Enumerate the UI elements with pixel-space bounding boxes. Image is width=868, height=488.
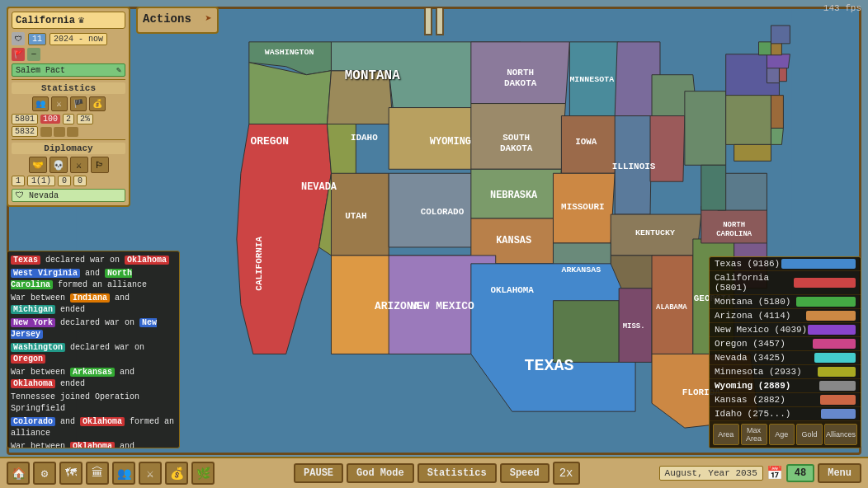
svg-text:MINNESOTA: MINNESOTA	[569, 75, 614, 84]
lb-age-btn[interactable]: Age	[769, 424, 795, 445]
svg-text:OKLAHOMA: OKLAHOMA	[490, 285, 534, 295]
leader-name-texas: Texas (9186)	[715, 259, 781, 269]
calendar-icon[interactable]: 📅	[767, 465, 783, 481]
svg-text:KANSAS: KANSAS	[496, 235, 531, 246]
pause-overlay	[424, 7, 444, 35]
toolbar-icon-8[interactable]: 🌿	[191, 462, 215, 485]
left-panel: California ♛ 🛡 11 2024 - now 🚩 — Salem P…	[7, 7, 130, 207]
svg-text:NEBRASKA: NEBRASKA	[490, 190, 538, 201]
flag2-icon: 🏴	[70, 96, 87, 111]
toolbar-icon-7[interactable]: 💰	[165, 462, 188, 485]
svg-text:MISS.: MISS.	[623, 322, 645, 331]
svg-text:IDAHO: IDAHO	[351, 133, 378, 143]
event-9-tag1: Oklahoma	[70, 442, 115, 448]
event-4-tag1: New York	[11, 318, 55, 327]
coin-icon: 💰	[89, 96, 106, 111]
event-8: Colorado and Oklahoma formed an alliance	[11, 416, 176, 439]
leader-bar-kansas	[820, 395, 856, 405]
pact-bar[interactable]: Salem Pact ✎	[12, 63, 125, 77]
info-num: 11	[28, 33, 46, 45]
svg-text:COLORADO: COLORADO	[421, 207, 465, 217]
event-1-tag2: Oklahoma	[125, 256, 169, 265]
speed-val[interactable]: 2x	[553, 462, 580, 485]
event-log: Texas declared war on Oklahoma West Virg…	[7, 251, 180, 448]
lb-gold-btn[interactable]: Gold	[796, 424, 823, 445]
event-1-tag1: Texas	[11, 256, 40, 265]
svg-text:NEVADA: NEVADA	[301, 181, 337, 193]
event-6-tag1: Arkansas	[70, 368, 115, 377]
leader-name-minnesota: Minnesota (2933)	[715, 367, 818, 377]
diplo-2: 1(1)	[27, 176, 55, 186]
event-3-tag1: Indiana	[70, 293, 110, 303]
lb-maxarea-btn[interactable]: Max Area	[741, 424, 767, 445]
crown-icon: ♛	[78, 14, 121, 26]
ally-name: 🛡 Nevada	[12, 189, 125, 202]
leader-name-kansas: Kansas (2882)	[715, 395, 820, 405]
leader-row-texas: Texas (9186)	[710, 257, 861, 271]
dot-icon: —	[27, 48, 40, 61]
toolbar-icon-4[interactable]: 🏛	[86, 462, 109, 485]
toolbar-icon-2[interactable]: ⚙	[33, 462, 56, 485]
leader-bar-idaho	[821, 409, 856, 419]
stats-row-2: 5832	[12, 126, 125, 137]
info-row: 🛡 11 2024 - now	[12, 32, 125, 45]
stats-icons: 👥 ⚔ 🏴 💰	[12, 96, 125, 111]
toolbar-icon-6[interactable]: ⚔	[139, 462, 162, 485]
statistics-button[interactable]: Statistics	[417, 463, 497, 483]
god-mode-button[interactable]: God Mode	[347, 463, 414, 483]
leader-name-arizona: Arizona (4114)	[715, 311, 806, 321]
stat-2: 2	[63, 114, 74, 124]
leader-bar-arizona	[806, 311, 856, 321]
leader-row-minnesota: Minnesota (2933)	[710, 365, 861, 379]
info-date: 2024 - now	[50, 33, 107, 45]
diplo-nums: 1 1(1) 0 0	[12, 176, 125, 186]
svg-marker-21	[685, 92, 726, 166]
toolbar-icon-5[interactable]: 👥	[112, 462, 135, 485]
menu-button[interactable]: Menu	[818, 463, 861, 483]
state-name-bar[interactable]: California ♛	[12, 12, 125, 29]
svg-marker-48	[771, 26, 790, 44]
leader-bar-nevada	[814, 353, 856, 363]
leader-bar-wyoming	[819, 381, 856, 391]
leader-row-kansas: Kansas (2882)	[710, 393, 861, 407]
stat-pct: 2%	[77, 114, 93, 124]
stat-red: 100	[40, 115, 60, 124]
svg-text:ALABAMA: ALABAMA	[656, 303, 687, 312]
stat-pop2: 5832	[12, 126, 38, 137]
event-4: New York declared war on New Jersey	[11, 317, 176, 340]
leader-row-arizona: Arizona (4114)	[710, 309, 861, 323]
actions-title: Actions ➤	[143, 12, 212, 26]
svg-marker-44	[779, 67, 786, 82]
stat-pop: 5801	[12, 114, 38, 124]
sword-icon: ⚔	[51, 96, 68, 111]
toolbar-icon-1[interactable]: 🏠	[7, 462, 30, 485]
svg-marker-40	[771, 96, 783, 129]
lb-alliances-btn[interactable]: Alliances	[824, 424, 857, 445]
event-5: Washington declared war on Oregon	[11, 342, 176, 365]
lb-area-btn[interactable]: Area	[713, 424, 739, 445]
svg-text:TEXAS: TEXAS	[525, 356, 574, 375]
actions-panel: Actions ➤	[136, 7, 219, 34]
toolbar-icon-3[interactable]: 🗺	[59, 462, 83, 485]
population-icon: 👥	[32, 96, 49, 111]
svg-text:DAKOTA: DAKOTA	[500, 143, 533, 153]
svg-text:CALIFORNIA: CALIFORNIA	[254, 237, 264, 291]
speed-button[interactable]: Speed	[500, 463, 550, 483]
leaderboard: Texas (9186) California (5801) Montana (…	[709, 256, 861, 448]
shield-small-icon: 🛡	[12, 32, 25, 45]
leader-row-nevada: Nevada (3425)	[710, 351, 861, 365]
leader-name-montana: Montana (5180)	[715, 297, 796, 307]
event-6: War between Arkansas and Oklahoma ended	[11, 367, 176, 390]
svg-marker-45	[767, 54, 790, 68]
svg-marker-38	[726, 92, 771, 145]
svg-text:UTAH: UTAH	[345, 211, 366, 221]
svg-text:WASHINGTON: WASHINGTON	[265, 48, 314, 57]
pause-button[interactable]: PAUSE	[294, 463, 343, 483]
diplomacy-title: Diplomacy	[12, 143, 125, 154]
war-icon: ⚔	[70, 157, 88, 173]
stats-row-1: 5801 100 2 2%	[12, 114, 125, 124]
svg-text:CAROLINA: CAROLINA	[716, 230, 752, 238]
handshake-icon: 🤝	[29, 157, 47, 173]
leader-footer: Area Max Area Age Gold Alliances	[710, 421, 861, 448]
svg-marker-42	[734, 144, 771, 161]
